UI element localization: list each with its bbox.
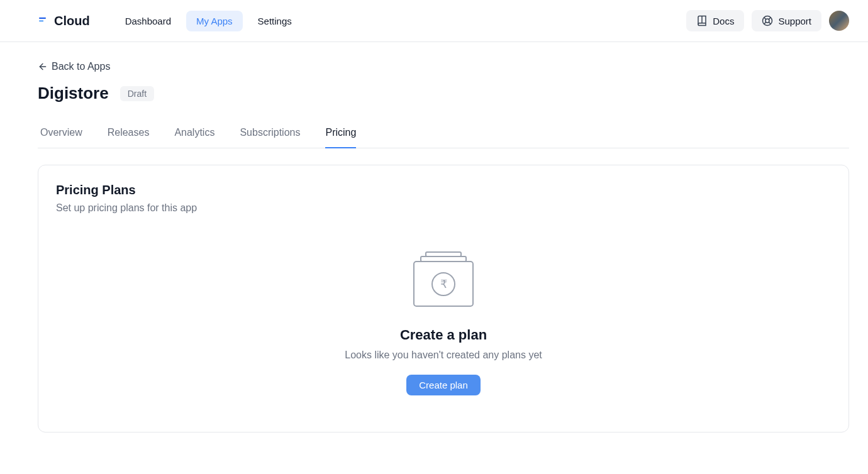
status-badge: Draft	[120, 86, 154, 101]
nav-my-apps[interactable]: My Apps	[186, 11, 243, 31]
svg-line-4	[764, 18, 766, 19]
primary-nav: Dashboard My Apps Settings	[115, 11, 302, 31]
nav-dashboard[interactable]: Dashboard	[115, 11, 181, 31]
card-subtitle: Set up pricing plans for this app	[56, 202, 831, 214]
back-link-label: Back to Apps	[52, 61, 110, 72]
docs-button[interactable]: Docs	[686, 10, 744, 31]
card-title: Pricing Plans	[56, 183, 831, 197]
support-label: Support	[778, 16, 811, 26]
svg-line-7	[764, 22, 766, 24]
back-to-apps-link[interactable]: Back to Apps	[38, 61, 110, 72]
book-icon	[696, 15, 708, 26]
svg-point-3	[765, 19, 769, 23]
empty-title: Create a plan	[400, 327, 487, 343]
svg-line-5	[769, 22, 771, 24]
arrow-left-icon	[38, 62, 48, 72]
svg-rect-10	[421, 256, 466, 262]
cloud-logo-icon	[38, 15, 49, 26]
pricing-card: Pricing Plans Set up pricing plans for t…	[38, 165, 849, 433]
tab-overview[interactable]: Overview	[40, 121, 82, 148]
tab-pricing[interactable]: Pricing	[325, 121, 356, 148]
brand-logo[interactable]: Cloud	[38, 14, 90, 28]
tab-analytics[interactable]: Analytics	[174, 121, 214, 148]
empty-state: ₹ Create a plan Looks like you haven't c…	[56, 214, 831, 414]
svg-rect-1	[39, 20, 43, 21]
brand-name: Cloud	[54, 14, 90, 28]
app-title: Digistore	[38, 84, 109, 103]
avatar[interactable]	[829, 11, 849, 31]
docs-label: Docs	[713, 16, 734, 26]
support-button[interactable]: Support	[752, 10, 821, 31]
support-icon	[762, 15, 773, 26]
svg-line-6	[769, 18, 771, 19]
create-plan-button[interactable]: Create plan	[406, 375, 481, 395]
svg-rect-9	[426, 252, 461, 256]
tab-releases[interactable]: Releases	[108, 121, 150, 148]
empty-text: Looks like you haven't created any plans…	[345, 350, 542, 361]
money-bag-icon: ₹	[413, 251, 474, 309]
svg-rect-0	[39, 18, 46, 19]
svg-text:₹: ₹	[440, 278, 447, 290]
tab-subscriptions[interactable]: Subscriptions	[240, 121, 300, 148]
app-tabs: Overview Releases Analytics Subscription…	[38, 121, 849, 148]
nav-settings[interactable]: Settings	[248, 11, 302, 31]
